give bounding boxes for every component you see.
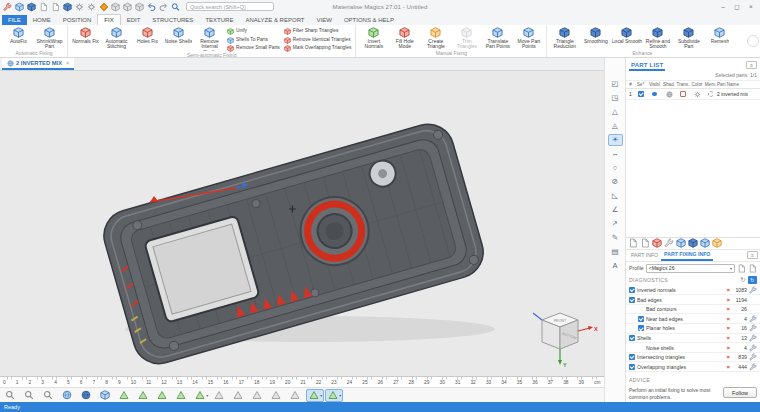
dropdown-arrow-icon[interactable]: ▾ [339, 393, 341, 398]
tab-part-info[interactable]: PART INFO [628, 250, 661, 261]
scene-tab[interactable]: 2 INVERTED MIX × [2, 58, 74, 70]
diagnostic-row[interactable]: Near bad edges × 4 [626, 314, 760, 324]
fix-wrench-icon[interactable] [749, 324, 757, 332]
fix-wrench-icon[interactable] [749, 286, 757, 294]
shells-to-parts-button[interactable]: Shells To Parts [227, 37, 280, 44]
part-orient-icon[interactable] [676, 238, 686, 248]
fix-wrench-icon[interactable] [749, 344, 757, 352]
machine-icon[interactable] [26, 1, 37, 13]
mark-brush-icon[interactable]: ▾ [211, 389, 229, 402]
zoom-selection-icon[interactable]: ▾ [40, 389, 58, 402]
refine-and-smooth-button[interactable]: Refine and Smooth [642, 26, 673, 50]
invert-normals-button[interactable]: Invert Normals [358, 26, 389, 50]
unify-button[interactable]: Unify [227, 28, 280, 35]
shrinkwrap-part-button[interactable]: ShrinkWrap Part [34, 26, 65, 50]
remove-small-parts-button[interactable]: Remove Small Parts [227, 45, 280, 52]
part-transparency-icon[interactable] [680, 91, 686, 97]
diagnostic-row[interactable]: Inverted normals × 1083 [626, 286, 760, 296]
tab-view[interactable]: VIEW [311, 15, 338, 25]
mark-shell-icon[interactable]: ▾ [173, 389, 191, 402]
measure-diameter-icon[interactable]: ⊘ [608, 176, 623, 188]
search-part-icon[interactable] [170, 1, 181, 13]
settings-icon[interactable] [74, 1, 85, 13]
scene-tab-close-icon[interactable]: × [66, 60, 69, 66]
tab-part-fixing-info[interactable]: PART FIXING INFO [661, 250, 713, 261]
select-shells-icon[interactable]: ▾ [325, 389, 343, 402]
remove-internal-shells-button[interactable]: Remove Internal Shells [194, 26, 225, 52]
dropdown-arrow-icon[interactable]: ▾ [730, 266, 732, 271]
part-selected-checkbox[interactable] [638, 91, 644, 97]
brightness-icon[interactable]: ☀ [608, 134, 623, 146]
mark-surface-icon[interactable]: ▾ [154, 389, 172, 402]
tab-edit[interactable]: EDIT [121, 15, 147, 25]
tab-position[interactable]: POSITION [57, 15, 98, 25]
undo-icon[interactable] [146, 1, 157, 13]
diagnostic-row[interactable]: Shells × 13 [626, 334, 760, 344]
annotation-note-icon[interactable]: ▤ [608, 246, 623, 258]
holes-fix-button[interactable]: Holes Fix [132, 26, 163, 52]
tab-file[interactable]: FILE [2, 15, 27, 25]
update-diagnostics-icon[interactable]: ↻ [748, 276, 757, 284]
diagnostic-row[interactable]: Bad contours × 26 [626, 305, 760, 315]
part-delete-icon[interactable] [652, 238, 662, 248]
default-views-icon[interactable]: ▾ [97, 389, 115, 402]
new-scene-icon[interactable] [14, 1, 25, 13]
part-save-icon[interactable] [628, 238, 638, 248]
part-fix-icon[interactable] [664, 238, 674, 248]
part-supports-icon[interactable] [688, 238, 698, 248]
part-name[interactable]: 2 inverted mix [717, 91, 759, 97]
minimize-button[interactable]: – [716, 0, 730, 13]
dropdown-arrow-icon[interactable]: ▾ [320, 393, 322, 398]
annotations-page-icon[interactable] [110, 1, 121, 13]
measure-triangle-icon[interactable]: ◺ [608, 190, 623, 202]
close-button[interactable]: × [744, 0, 758, 13]
mark-outside-icon[interactable]: ▾ [249, 389, 267, 402]
diagnostic-checkbox[interactable] [638, 316, 644, 322]
smoothing-button[interactable]: Smoothing [580, 26, 611, 50]
rotate-view-icon[interactable]: ▾ [78, 389, 96, 402]
automatic-stitching-button[interactable]: Automatic Stitching [101, 26, 132, 52]
refresh-diagnostics-icon[interactable]: ↻ [740, 277, 746, 284]
mark-overlapping-triangles-button[interactable]: Mark Overlapping Triangles [284, 45, 352, 52]
trim-triangles-button[interactable]: Trim Triangles [451, 26, 482, 50]
noise-shells-button[interactable]: Noise Shells [163, 26, 194, 52]
fix-wizard-icon[interactable] [2, 1, 13, 13]
zoom-box-icon[interactable]: ▾ [21, 389, 39, 402]
part-slice-icon[interactable] [700, 238, 710, 248]
subdivide-part-button[interactable]: Subdivide Part [673, 26, 704, 50]
tab-fix[interactable]: FIX [97, 14, 120, 25]
select-triangles-icon[interactable]: ▾ [306, 389, 324, 402]
unzoom-view-icon[interactable]: ◳ [608, 92, 623, 104]
quick-search-input[interactable] [186, 2, 274, 11]
annotation-text-icon[interactable]: A [608, 260, 623, 272]
annotation-pencil-icon[interactable]: ✎ [608, 232, 623, 244]
build-icon[interactable] [62, 1, 73, 13]
part-export-icon[interactable] [712, 238, 722, 248]
part-duplicate-icon[interactable] [640, 238, 650, 248]
diagnostic-checkbox[interactable] [629, 364, 635, 370]
tab-home[interactable]: HOME [27, 15, 57, 25]
measure-circle-icon[interactable]: ○ [608, 162, 623, 174]
mark-plane-icon[interactable]: ▾ [135, 389, 153, 402]
part-color-icon[interactable] [694, 91, 701, 98]
mark-window-icon[interactable]: ▾ [192, 389, 210, 402]
measure-distance-icon[interactable]: ↔ [608, 148, 623, 160]
dropdown-arrow-icon[interactable]: ▾ [206, 393, 208, 398]
annotation-arrow-icon[interactable]: ↗ [608, 218, 623, 230]
tab-analyze-report[interactable]: ANALYZE & REPORT [239, 15, 310, 25]
remove-identical-triangles-button[interactable]: Remove Identical Triangles [284, 37, 352, 44]
diagnostic-row[interactable]: Bad edges × 1194 [626, 295, 760, 305]
fill-hole-mode-button[interactable]: Fill Hole Mode [389, 26, 420, 50]
part-row[interactable]: 1 2 inverted mix [626, 89, 760, 100]
translate-part-points-button[interactable]: Translate Part Points [482, 26, 513, 50]
normals-fix-button[interactable]: Normals Fix [70, 26, 101, 52]
diagnostic-checkbox[interactable] [629, 297, 635, 303]
diagnostic-checkbox[interactable] [629, 354, 635, 360]
measurements-page-icon[interactable] [122, 1, 133, 13]
support-generation-icon[interactable] [98, 1, 109, 13]
diagnostic-row[interactable]: Planar holes × 16 [626, 324, 760, 334]
triangle-reduction-button[interactable]: Triangle Reduction [549, 26, 580, 50]
tab-options-help[interactable]: OPTIONS & HELP [338, 15, 400, 25]
fixing-profile-select[interactable]: <Magics 26 ▾ [646, 264, 735, 273]
autofix-button[interactable]: AutoFix [3, 26, 34, 50]
